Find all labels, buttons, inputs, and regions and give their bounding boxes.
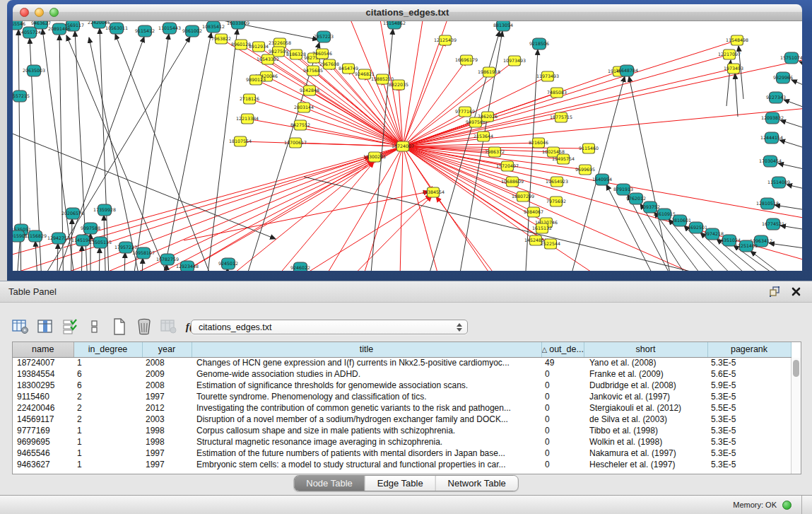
- graph-node[interactable]: 9475685: [303, 66, 323, 76]
- graph-node[interactable]: 15154862: [383, 21, 406, 29]
- graph-node[interactable]: 19384554: [422, 187, 445, 197]
- table-scrollbar[interactable]: [791, 358, 801, 474]
- graph-node[interactable]: 15720407: [496, 161, 519, 171]
- graph-node[interactable]: 15751074: [780, 52, 802, 64]
- new-table-icon[interactable]: [110, 317, 129, 337]
- graph-node[interactable]: 7975692: [546, 197, 566, 206]
- graph-node[interactable]: 8912934: [249, 42, 269, 52]
- table-row[interactable]: 1830029562008Estimation of significance …: [13, 380, 791, 391]
- table-row[interactable]: 977716911998Corpus callosum shape and si…: [13, 425, 791, 436]
- table-row[interactable]: 946362711997Embryonic stem cells: a mode…: [13, 459, 791, 470]
- graph-node[interactable]: 9361002: [182, 25, 202, 37]
- graph-node[interactable]: 20206576: [61, 208, 84, 219]
- graph-node[interactable]: 12444154: [760, 132, 783, 144]
- table-row[interactable]: 946554611997Estimation of the future num…: [13, 448, 791, 459]
- show-columns-icon[interactable]: [36, 317, 54, 337]
- window-titlebar[interactable]: citations_edges.txt: [13, 4, 802, 21]
- table-settings-icon[interactable]: [11, 317, 30, 337]
- graph-node[interactable]: 8427552: [290, 120, 310, 130]
- graph-node[interactable]: 8960128: [231, 40, 251, 49]
- table-row[interactable]: 911546021997Tourette syndrome. Phenomeno…: [13, 391, 791, 402]
- graph-node[interactable]: 7485083: [547, 88, 567, 98]
- tab-node-table[interactable]: Node Table: [294, 476, 365, 491]
- graph-node[interactable]: 18300295: [363, 152, 386, 162]
- graph-node[interactable]: 19654923: [546, 177, 568, 187]
- graph-node[interactable]: 9246022: [290, 262, 310, 271]
- graph-node[interactable]: 18107554: [229, 136, 252, 146]
- network-canvas[interactable]: 7963822896012889129342322605898275091654…: [13, 21, 802, 271]
- table-row[interactable]: 2242004622012Investigating the contribut…: [13, 402, 791, 414]
- table-row[interactable]: 1938455462009Genome-wide association stu…: [13, 368, 791, 380]
- table-header-row[interactable]: namein_degreeyeartitle△out_de...shortpag…: [13, 342, 791, 357]
- graph-node[interactable]: 2803144: [294, 103, 314, 112]
- graph-node[interactable]: 17030454: [759, 156, 782, 167]
- column-header-pagerank[interactable]: pagerank: [707, 342, 791, 357]
- graph-node-label: 9397588: [81, 226, 100, 230]
- column-header-short[interactable]: short: [584, 342, 707, 357]
- delete-table-icon[interactable]: [135, 317, 153, 337]
- column-header-year[interactable]: year: [142, 342, 192, 357]
- graph-edge-directed-red: [403, 146, 557, 182]
- graph-node-label: 8322035: [389, 82, 408, 87]
- graph-node-label: 2153644: [473, 134, 493, 139]
- row-height-icon[interactable]: [86, 317, 104, 337]
- graph-node[interactable]: 2718126: [240, 94, 259, 104]
- table-row[interactable]: 969969511998Structural magnetic resonanc…: [13, 436, 791, 448]
- graph-node[interactable]: 9329966: [773, 72, 793, 83]
- graph-node[interactable]: 9115460: [579, 144, 599, 153]
- graph-node[interactable]: 9397588: [81, 223, 100, 234]
- float-window-icon[interactable]: [767, 285, 782, 299]
- graph-node[interactable]: 7857223: [314, 31, 334, 42]
- column-header-out_de[interactable]: △out_de...: [541, 342, 584, 357]
- close-icon[interactable]: [788, 285, 804, 299]
- graph-node[interactable]: 8791913: [613, 184, 633, 195]
- graph-node[interactable]: 8216046: [529, 138, 548, 148]
- column-header-title[interactable]: title: [192, 342, 541, 357]
- graph-node[interactable]: 11015443: [158, 23, 181, 34]
- graph-node[interactable]: 20635003: [23, 65, 45, 76]
- import-table-icon[interactable]: [160, 317, 178, 337]
- graph-node[interactable]: 11548498: [726, 35, 748, 45]
- graph-node[interactable]: 12942757: [47, 233, 70, 244]
- table-row[interactable]: 1872400712008Changes of HCN gene express…: [13, 357, 791, 368]
- graph-node[interactable]: 10688609: [501, 177, 524, 187]
- column-header-name[interactable]: name: [13, 342, 73, 357]
- graph-node[interactable]: 12093832: [761, 112, 784, 124]
- graph-node[interactable]: 9115412: [135, 25, 155, 37]
- graph-node-label: 9115412: [135, 28, 155, 33]
- graph-node-label: 20206576: [61, 211, 84, 216]
- graph-node[interactable]: 1557215: [13, 90, 30, 102]
- graph-node[interactable]: 16033809: [227, 21, 249, 29]
- graph-edge-directed-red: [266, 76, 403, 146]
- table-selector-dropdown[interactable]: citations_edges.txt: [191, 320, 468, 334]
- graph-node[interactable]: 12923448: [176, 261, 199, 271]
- tab-edge-table[interactable]: Edge Table: [365, 476, 436, 491]
- graph-node[interactable]: 9218506: [529, 38, 549, 49]
- graph-node[interactable]: 9245012: [218, 258, 238, 269]
- graph-node[interactable]: 10835412: [202, 21, 225, 33]
- graph-node[interactable]: 12217097: [718, 49, 741, 59]
- graph-node[interactable]: 1640954: [592, 174, 612, 185]
- graph-node[interactable]: 17359928: [93, 204, 116, 216]
- graph-node[interactable]: 9227343: [766, 92, 786, 103]
- graph-node[interactable]: 16774521: [762, 218, 784, 230]
- graph-node[interactable]: 9699695: [575, 165, 595, 175]
- select-columns-icon[interactable]: [61, 317, 79, 337]
- graph-node[interactable]: 19861918: [478, 67, 500, 77]
- column-header-in_degree[interactable]: in_degree: [73, 342, 142, 357]
- graph-node[interactable]: 10973493: [503, 56, 526, 66]
- graph-node[interactable]: 8813054: [493, 21, 513, 31]
- table-row[interactable]: 1456911722003Disruption of a novel membe…: [13, 414, 791, 425]
- network-graph: 7963822896012889129342322605898275091654…: [13, 21, 802, 271]
- graph-node[interactable]: 12125439: [434, 35, 457, 45]
- graph-node[interactable]: 11514089: [767, 177, 790, 188]
- graph-node[interactable]: 12810518: [756, 198, 779, 209]
- graph-node[interactable]: 9762012: [626, 193, 646, 204]
- graph-node-label: 15154862: [383, 21, 406, 25]
- graph-node[interactable]: 12213384: [236, 114, 259, 124]
- tab-network-table[interactable]: Network Table: [436, 476, 518, 491]
- graph-node[interactable]: 7963822: [211, 34, 231, 44]
- graph-node[interactable]: 16696179: [455, 55, 478, 65]
- scrollbar-thumb[interactable]: [793, 360, 799, 377]
- graph-node[interactable]: 7986372: [485, 147, 505, 157]
